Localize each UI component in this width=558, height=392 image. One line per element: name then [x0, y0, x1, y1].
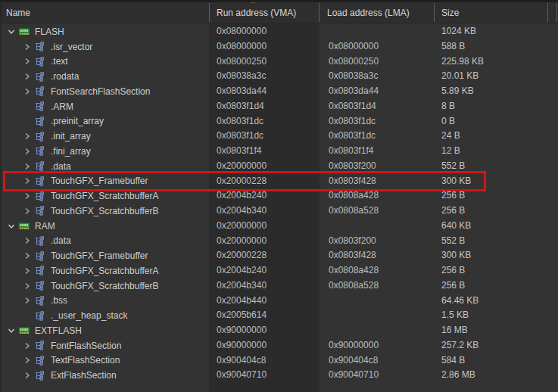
section-tree-icon	[34, 340, 45, 351]
tree-expander[interactable]	[20, 55, 33, 68]
tree-expander[interactable]	[20, 145, 33, 157]
memory-region-icon	[17, 220, 30, 232]
section-tree-icon	[34, 370, 45, 381]
memory-section-icon	[33, 101, 46, 113]
tree-expander[interactable]	[20, 160, 33, 173]
row-size: 552 B	[441, 234, 547, 249]
section-tree-icon	[34, 191, 45, 202]
column-divider[interactable]	[434, 3, 435, 22]
row-size: 1024 KB	[441, 24, 547, 39]
table-header: Name Run address (VMA) Load address (LMA…	[2, 2, 558, 23]
tree-expander[interactable]	[20, 70, 33, 83]
row-run-address: 0x20000228	[217, 174, 320, 189]
tree-expander[interactable]	[5, 219, 17, 232]
row-size: 300 KB	[441, 174, 547, 189]
name-cell: .preinit_array	[2, 114, 209, 129]
table-row[interactable]: TextFlashSection0x900404c80x900404c8584 …	[2, 353, 558, 369]
memory-section-icon	[33, 160, 46, 173]
table-row[interactable]: .bss0x2004b44064.46 KB	[2, 294, 558, 309]
row-run-address: 0x08000000	[217, 39, 320, 54]
table-row[interactable]: ExtFlashSection0x900407100x900407102.86 …	[2, 368, 558, 383]
table-row[interactable]: .data0x200000000x0803f200552 B	[2, 234, 558, 249]
row-size: 552 B	[441, 159, 547, 174]
tree-expander[interactable]	[20, 339, 33, 352]
row-size: 256 B	[441, 188, 547, 204]
table-row[interactable]: .isr_vector0x080000000x08000000588 B	[2, 39, 558, 54]
tree-expander[interactable]	[20, 85, 33, 98]
column-header-name[interactable]: Name	[6, 2, 203, 23]
row-name-label: ._user_heap_stack	[51, 310, 127, 321]
memory-section-icon	[33, 70, 46, 82]
row-run-address: 0x0803da44	[217, 84, 320, 99]
row-name-label: FontFlashSection	[51, 341, 121, 351]
table-row[interactable]: .rodata0x08038a3c0x08038a3c20.01 KB	[2, 69, 558, 84]
memory-section-icon	[33, 250, 46, 262]
memory-section-icon	[33, 86, 46, 98]
table-row[interactable]: TouchGFX_ScratchbufferB0x2004b3400x0808a…	[2, 204, 558, 219]
tree-expander[interactable]	[20, 369, 33, 382]
table-row[interactable]: RAM0x20000000640 KB	[2, 219, 558, 234]
memory-section-icon	[33, 115, 46, 127]
row-load-address: 0x0808a428	[329, 263, 435, 278]
memory-tree-table: FLASH0x080000001024 KB.isr_vector0x08000…	[2, 24, 558, 383]
tree-expander[interactable]	[20, 235, 33, 247]
tree-expander[interactable]	[20, 204, 33, 217]
name-cell: .text	[2, 54, 209, 70]
table-row[interactable]: TouchGFX_Framebuffer0x200002280x0803f428…	[2, 248, 558, 263]
row-run-address: 0x90040710	[217, 368, 320, 383]
tree-expander[interactable]	[5, 25, 17, 38]
table-row[interactable]: TouchGFX_Framebuffer0x200002280x0803f428…	[2, 174, 558, 189]
table-row[interactable]: FontFlashSection0x900000000x90000000257.…	[2, 338, 558, 353]
row-run-address: 0x2005b614	[217, 308, 320, 323]
tree-expander[interactable]	[20, 264, 33, 277]
table-row[interactable]: FontSearchFlashSection0x0803da440x0803da…	[2, 84, 558, 99]
column-header-run-address[interactable]: Run address (VMA)	[217, 2, 315, 23]
column-header-load-address[interactable]: Load address (LMA)	[327, 2, 430, 23]
row-size: 64.46 KB	[441, 294, 547, 309]
name-cell: TextFlashSection	[2, 353, 209, 369]
tree-expander[interactable]	[20, 250, 33, 263]
table-row[interactable]: .init_array0x0803f1dc0x0803f1dc24 B	[2, 129, 558, 144]
column-header-size[interactable]: Size	[441, 2, 544, 23]
tree-expander[interactable]	[20, 294, 33, 307]
chevron-right-icon	[21, 354, 33, 366]
table-row[interactable]: ._user_heap_stack0x2005b6141.5 KB	[2, 308, 558, 323]
column-divider[interactable]	[547, 3, 548, 22]
tree-expander[interactable]	[20, 40, 33, 53]
chevron-right-icon	[21, 250, 33, 262]
memory-section-icon	[33, 190, 46, 202]
table-row[interactable]: TouchGFX_ScratchbufferA0x2004b2400x0808a…	[2, 263, 558, 278]
tree-expander[interactable]	[20, 354, 33, 367]
row-name-label: FontSearchFlashSection	[51, 86, 150, 97]
sort-ascending-icon: ^	[251, 0, 255, 8]
table-row[interactable]: .data0x200000000x0803f200552 B	[2, 159, 558, 174]
row-size: 300 KB	[441, 248, 547, 263]
row-load-address: 0x90040710	[329, 368, 435, 383]
table-row[interactable]: TouchGFX_ScratchbufferB0x2004b3400x0808a…	[2, 278, 558, 294]
table-row[interactable]: .preinit_array0x0803f1dc0x0803f1dc0 B	[2, 114, 558, 129]
name-cell: TouchGFX_Framebuffer	[2, 174, 209, 189]
tree-expander[interactable]	[20, 279, 33, 292]
table-row[interactable]: FLASH0x080000001024 KB	[2, 24, 558, 39]
tree-expander[interactable]	[20, 175, 33, 188]
memory-section-icon	[33, 340, 46, 352]
table-row[interactable]: .text0x080002500x08000250225.98 KB	[2, 54, 558, 70]
expander-spacer	[20, 310, 33, 322]
tree-expander[interactable]	[5, 324, 17, 337]
table-row[interactable]: TouchGFX_ScratchbufferA0x2004b2400x0808a…	[2, 188, 558, 204]
row-run-address: 0x2004b240	[217, 188, 320, 204]
row-run-address: 0x2004b340	[217, 278, 320, 294]
table-row[interactable]: .ARM0x0803f1d40x0803f1d48 B	[2, 99, 558, 114]
row-size: 588 B	[441, 39, 547, 54]
table-row[interactable]: .fini_array0x0803f1f40x0803f1f412 B	[2, 144, 558, 159]
column-divider[interactable]	[319, 3, 320, 22]
column-divider[interactable]	[209, 3, 210, 22]
section-tree-icon	[34, 295, 45, 306]
table-row[interactable]: EXTFLASH0x9000000016 MB	[2, 323, 558, 338]
tree-expander[interactable]	[20, 190, 33, 203]
row-name-label: .fini_array	[51, 146, 91, 157]
name-cell: TouchGFX_Framebuffer	[2, 248, 209, 263]
tree-expander[interactable]	[20, 130, 33, 143]
row-name-label: .data	[51, 235, 71, 246]
column-divider[interactable]	[556, 3, 557, 22]
